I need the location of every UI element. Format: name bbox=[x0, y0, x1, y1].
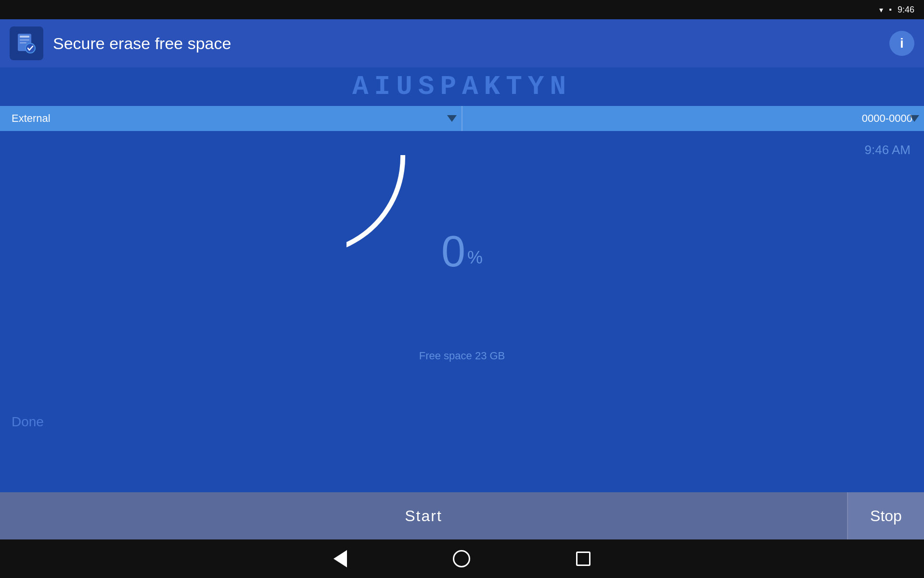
bottom-buttons: Start Stop bbox=[0, 492, 924, 539]
svg-rect-1 bbox=[20, 36, 29, 38]
storage-code-label: 0000-0000 bbox=[862, 112, 912, 125]
percent-value: 0 bbox=[441, 227, 465, 276]
recents-icon bbox=[576, 552, 590, 566]
storage-external-label: External bbox=[12, 112, 51, 125]
storage-bar[interactable]: External 0000-0000 bbox=[0, 106, 924, 131]
free-space-label: Free space 23 GB bbox=[419, 350, 505, 362]
home-icon bbox=[453, 550, 470, 567]
info-button[interactable]: i bbox=[889, 31, 914, 56]
app-header: Secure erase free space i bbox=[0, 19, 924, 67]
recents-button[interactable] bbox=[576, 552, 590, 566]
circle-progress: 0% Free space 23 GB bbox=[346, 155, 578, 367]
nav-bar bbox=[0, 539, 924, 578]
wifi-icon: ▾ bbox=[879, 5, 883, 14]
circle-center: 0% bbox=[441, 230, 483, 273]
stop-button[interactable]: Stop bbox=[847, 492, 924, 539]
done-section: Done bbox=[12, 414, 44, 430]
storage-code-dropdown[interactable]: 0000-0000 bbox=[462, 112, 924, 125]
done-label: Done bbox=[12, 414, 44, 429]
watermark-text: AIUSPAKTYN bbox=[352, 71, 572, 102]
status-bar: ▾ ▪ 9:46 bbox=[0, 0, 924, 19]
main-content: 9:46 AM 0% Free space 23 GB Done bbox=[0, 131, 924, 492]
status-time: 9:46 bbox=[898, 5, 914, 15]
watermark-banner: AIUSPAKTYN bbox=[0, 67, 924, 106]
svg-rect-3 bbox=[20, 42, 26, 43]
info-icon: i bbox=[900, 36, 904, 51]
start-button[interactable]: Start bbox=[0, 492, 847, 539]
storage-external-dropdown[interactable]: External bbox=[0, 112, 462, 125]
back-button[interactable] bbox=[334, 550, 347, 567]
battery-icon: ▪ bbox=[889, 5, 892, 14]
code-dropdown-icon bbox=[910, 115, 919, 122]
external-dropdown-icon bbox=[447, 115, 457, 122]
app-title: Secure erase free space bbox=[53, 34, 880, 53]
home-button[interactable] bbox=[453, 550, 470, 567]
percent-symbol: % bbox=[467, 248, 483, 267]
svg-rect-2 bbox=[20, 39, 29, 40]
app-logo-icon bbox=[16, 33, 37, 54]
timestamp: 9:46 AM bbox=[865, 143, 911, 158]
app-icon bbox=[10, 26, 43, 60]
back-icon bbox=[334, 550, 347, 567]
